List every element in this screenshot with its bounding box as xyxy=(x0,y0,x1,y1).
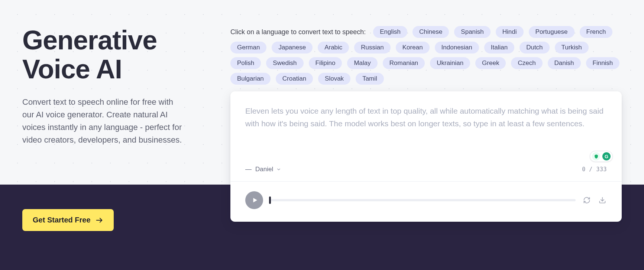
arrow-right-icon xyxy=(95,216,103,224)
voice-prefix-dash: — xyxy=(245,166,252,173)
language-chip[interactable]: Japanese xyxy=(272,42,313,53)
language-chip[interactable]: Czech xyxy=(511,57,542,69)
cta-label: Get Started Free xyxy=(33,216,91,224)
language-chip[interactable]: Indonesian xyxy=(435,42,479,53)
language-chip[interactable]: Italian xyxy=(484,42,514,53)
language-chip[interactable]: Arabic xyxy=(318,42,349,53)
audio-player xyxy=(230,182,622,222)
language-chip[interactable]: Finnish xyxy=(586,57,620,69)
language-chip[interactable]: Romanian xyxy=(383,57,425,69)
hero-title: Generative Voice AI xyxy=(22,26,201,84)
regenerate-button[interactable] xyxy=(582,196,591,205)
language-chip[interactable]: Spanish xyxy=(454,26,490,38)
hero-title-line1: Generative xyxy=(22,25,157,55)
language-chip[interactable]: Croatian xyxy=(276,73,313,85)
language-chip[interactable]: Bulgarian xyxy=(230,73,271,85)
language-chip[interactable]: Hindi xyxy=(496,26,524,38)
char-counter: 0 / 333 xyxy=(582,166,607,173)
language-chip[interactable]: Swedish xyxy=(266,57,303,69)
hero-subtitle: Convert text to speech online for free w… xyxy=(22,96,186,146)
language-chip[interactable]: Slovak xyxy=(318,73,350,85)
char-count-sep: / xyxy=(589,166,596,173)
language-chip[interactable]: Dutch xyxy=(520,42,549,53)
refresh-icon xyxy=(583,196,590,204)
grammarly-icon: G xyxy=(602,152,611,160)
shield-icon xyxy=(592,152,600,160)
language-chip[interactable]: Polish xyxy=(230,57,261,69)
language-chip-row: Click on a language to convert text to s… xyxy=(230,26,622,85)
char-count-value: 0 xyxy=(582,166,586,173)
language-chip[interactable]: Portuguese xyxy=(529,26,575,38)
language-chip[interactable]: Danish xyxy=(548,57,581,69)
grammarly-widget[interactable]: G xyxy=(590,151,613,162)
language-chip[interactable]: Russian xyxy=(354,42,390,53)
language-chip[interactable]: French xyxy=(580,26,613,38)
get-started-button[interactable]: Get Started Free xyxy=(22,209,114,231)
play-icon xyxy=(252,197,258,204)
language-chip[interactable]: Chinese xyxy=(412,26,449,38)
language-chip[interactable]: Filipino xyxy=(309,57,342,69)
voice-name: Daniel xyxy=(255,166,273,173)
language-chip[interactable]: Ukrainian xyxy=(430,57,470,69)
language-chip[interactable]: English xyxy=(373,26,407,38)
language-chip[interactable]: Korean xyxy=(396,42,430,53)
language-chip[interactable]: Greek xyxy=(475,57,506,69)
language-chip[interactable]: Turkish xyxy=(555,42,589,53)
language-chip[interactable]: German xyxy=(230,42,266,53)
language-chip[interactable]: Malay xyxy=(347,57,377,69)
char-count-limit: 333 xyxy=(596,166,607,173)
tts-card: Eleven lets you voice any length of text… xyxy=(230,91,622,222)
progress-thumb[interactable] xyxy=(269,196,271,204)
progress-track[interactable] xyxy=(270,199,576,201)
hero-title-line2: Voice AI xyxy=(22,54,122,84)
language-prompt: Click on a language to convert text to s… xyxy=(230,28,366,36)
voice-selector[interactable]: — Daniel xyxy=(245,166,281,173)
tts-textarea[interactable]: Eleven lets you voice any length of text… xyxy=(230,91,622,162)
language-chip[interactable]: Tamil xyxy=(356,73,384,85)
play-button[interactable] xyxy=(245,191,263,209)
chevron-down-icon xyxy=(276,167,281,172)
download-button[interactable] xyxy=(598,196,607,205)
download-icon xyxy=(599,196,606,204)
